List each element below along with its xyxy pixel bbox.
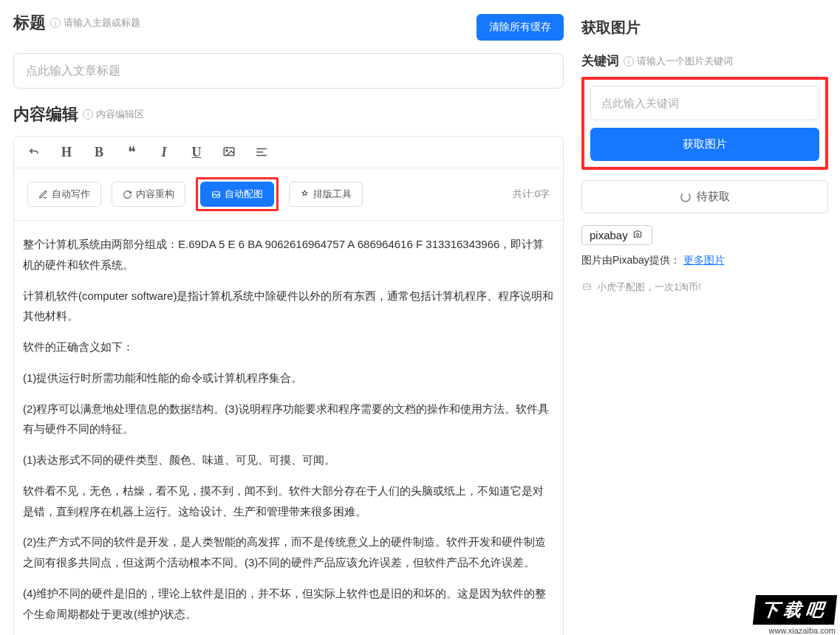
image-icon[interactable] <box>222 145 236 159</box>
underline-icon[interactable]: U <box>190 145 203 159</box>
spinner-icon <box>680 192 691 202</box>
title-header-row: 标题 i 请输入主题或标题 清除所有缓存 <box>13 12 564 43</box>
restructure-button[interactable]: 内容重构 <box>112 182 185 207</box>
undo-icon[interactable] <box>27 145 41 159</box>
quote-icon[interactable]: ❝ <box>125 145 138 159</box>
auto-write-button[interactable]: 自动写作 <box>27 182 101 207</box>
editor-container: H B ❝ I U 自动写作 <box>13 136 564 635</box>
bold-icon[interactable]: B <box>92 145 106 159</box>
content-paragraph: (2)程序可以满意地处理信息的数据结构。(3)说明程序功能要求和程序需要的文档的… <box>23 399 554 440</box>
pixabay-badge: pixabay <box>581 225 652 245</box>
editor-format-toolbar: H B ❝ I U <box>14 137 563 168</box>
info-icon: i <box>83 109 93 120</box>
fetch-image-title: 获取图片 <box>581 18 828 38</box>
provider-row: 图片由Pixabay提供： 更多图片 <box>581 254 828 267</box>
content-hint: 内容编辑区 <box>96 108 144 121</box>
coin-icon <box>581 282 593 293</box>
italic-icon[interactable]: I <box>157 145 171 159</box>
fetch-image-button[interactable]: 获取图片 <box>590 128 819 161</box>
more-images-link[interactable]: 更多图片 <box>683 254 725 266</box>
info-icon: i <box>50 18 61 28</box>
keyword-hint: 请输入一个图片关键词 <box>637 55 733 68</box>
heading-icon[interactable]: H <box>60 145 73 159</box>
editor-action-toolbar: 自动写作 内容重构 自动配图 排版工具 <box>14 168 563 221</box>
content-section-label: 内容编辑 <box>13 103 78 126</box>
camera-icon <box>631 229 644 241</box>
align-icon[interactable] <box>255 145 268 159</box>
title-section-label: 标题 <box>13 12 46 34</box>
auto-image-button[interactable]: 自动配图 <box>200 182 274 207</box>
content-paragraph: (1)表达形式不同的硬件类型、颜色、味道、可见、可摸、可闻。 <box>23 450 554 470</box>
pending-button[interactable]: 待获取 <box>581 180 828 213</box>
keyword-input[interactable] <box>590 86 819 120</box>
clear-cache-button[interactable]: 清除所有缓存 <box>477 14 564 41</box>
keyword-highlight: 获取图片 <box>581 77 828 170</box>
content-paragraph: 计算机软件(computer software)是指计算机系统中除硬件以外的所有… <box>23 286 554 327</box>
content-paragraph: (2)生产方式不同的软件是开发，是人类智能的高发挥，而不是传统意义上的硬件制造。… <box>23 532 554 573</box>
content-paragraph: 软件的正确含义如下： <box>23 337 554 357</box>
editor-content-area[interactable]: 整个计算机系统由两部分组成：E.69DA 5 E 6 BA 9062616964… <box>14 221 563 635</box>
content-paragraph: 软件看不见，无色，枯燥，看不见，摸不到，闻不到。软件大部分存在于人们的头脑或纸上… <box>23 481 554 522</box>
info-icon: i <box>624 56 634 66</box>
title-hint: 请输入主题或标题 <box>64 16 140 30</box>
coin-info: 小虎子配图，一次1淘币! <box>581 281 828 294</box>
article-title-input[interactable] <box>13 53 564 89</box>
layout-tool-button[interactable]: 排版工具 <box>289 182 363 207</box>
auto-image-highlight: 自动配图 <box>196 177 279 211</box>
svg-point-7 <box>584 284 591 286</box>
svg-point-1 <box>226 150 228 151</box>
content-paragraph: (4)维护不同的硬件是旧的，理论上软件是旧的，并不坏，但实际上软件也是旧的和坏的… <box>23 583 554 625</box>
svg-point-6 <box>636 233 639 236</box>
word-count: 共计:0字 <box>513 188 550 201</box>
content-paragraph: (1)提供运行时所需功能和性能的命令或计算机程序集合。 <box>23 368 554 388</box>
content-paragraph: 整个计算机系统由两部分组成：E.69DA 5 E 6 BA 9062616964… <box>23 234 554 275</box>
keyword-label: 关键词 <box>581 52 619 69</box>
